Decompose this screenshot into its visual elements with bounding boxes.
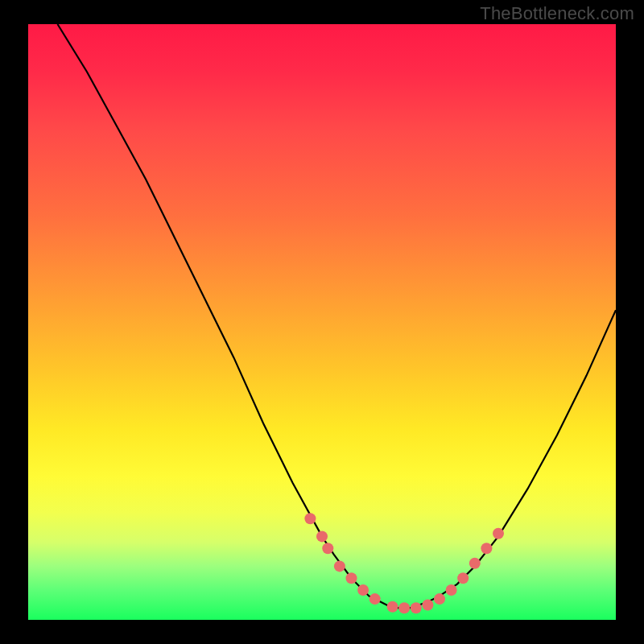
marker-point [434,593,445,605]
marker-point [334,560,345,572]
plot-area [28,24,616,620]
marker-point [469,558,481,569]
marker-point [481,543,492,554]
marker-point [422,600,433,611]
marker-point [369,593,381,605]
marker-point [322,543,333,554]
highlight-markers [304,513,504,613]
chart-frame: TheBottleneck.com [0,0,644,644]
bottleneck-curve [58,24,617,608]
marker-point [398,602,410,613]
marker-point [446,584,457,596]
marker-point [357,584,369,596]
marker-point [346,572,357,584]
marker-point [411,602,422,613]
marker-point [316,530,328,542]
marker-point [457,572,469,584]
curve-svg [28,24,616,620]
marker-point [493,528,504,539]
marker-point [304,513,316,524]
watermark-label: TheBottleneck.com [480,3,634,24]
marker-point [387,601,398,613]
